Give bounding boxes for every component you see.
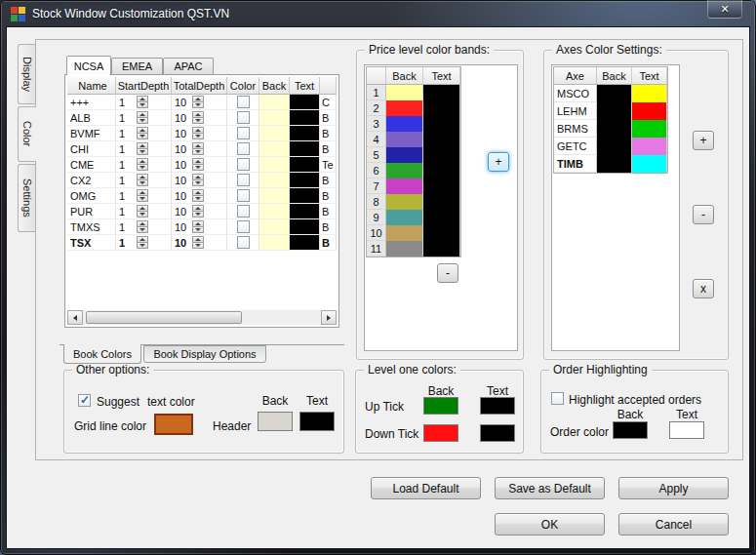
text-color-swatch[interactable] <box>290 173 320 188</box>
spinner-buttons[interactable] <box>137 220 148 233</box>
spinner-buttons[interactable] <box>137 142 148 155</box>
spin-down-icon[interactable] <box>137 117 148 124</box>
save-as-default-button[interactable]: Save as Default <box>495 477 605 499</box>
start-depth-stepper[interactable]: 1 <box>116 157 172 173</box>
axes-row[interactable]: BRMS <box>554 120 667 138</box>
text-color-swatch[interactable] <box>290 235 320 251</box>
tab-settings[interactable]: Settings <box>18 164 35 232</box>
color-checkbox[interactable] <box>237 236 250 249</box>
spin-down-icon[interactable] <box>137 211 148 218</box>
start-depth-stepper[interactable]: 1 <box>116 188 172 204</box>
band-back-swatch[interactable] <box>386 85 423 100</box>
spin-down-icon[interactable] <box>192 133 204 139</box>
spin-down-icon[interactable] <box>137 133 148 139</box>
tab-book-colors[interactable]: Book Colors <box>63 344 141 364</box>
band-row[interactable]: 6 <box>367 163 460 178</box>
back-color-swatch[interactable] <box>259 204 290 219</box>
text-color-swatch[interactable] <box>290 204 320 219</box>
spin-down-icon[interactable] <box>137 242 148 249</box>
col-header-back[interactable]: Back <box>259 77 290 95</box>
load-default-button[interactable]: Load Default <box>371 477 481 499</box>
text-color-swatch[interactable] <box>290 157 320 173</box>
band-row[interactable]: 8 <box>367 194 460 210</box>
band-text-swatch[interactable] <box>423 194 460 210</box>
band-row[interactable]: 2 <box>367 100 460 116</box>
band-back-swatch[interactable] <box>386 116 423 132</box>
back-color-swatch[interactable] <box>259 173 290 188</box>
color-checkbox[interactable] <box>237 96 250 108</box>
remove-axis-button[interactable]: - <box>693 205 714 224</box>
grid-line-color-swatch[interactable] <box>154 414 193 435</box>
table-row[interactable]: ALB 1 10 B <box>67 110 337 126</box>
band-back-swatch[interactable] <box>386 100 423 116</box>
back-color-swatch[interactable] <box>259 110 290 126</box>
tab-book-display-options[interactable]: Book Display Options <box>143 345 266 363</box>
spinner-buttons[interactable] <box>192 158 204 171</box>
spinner-buttons[interactable] <box>137 174 148 186</box>
down-tick-text-swatch[interactable] <box>480 424 515 442</box>
spinner-buttons[interactable] <box>192 205 204 218</box>
axes-back-swatch[interactable] <box>597 155 632 173</box>
col-header-name[interactable]: Name <box>67 77 116 95</box>
col-header-color[interactable]: Color <box>227 77 259 95</box>
start-depth-stepper[interactable]: 1 <box>116 219 172 235</box>
table-row[interactable]: PUR 1 10 B <box>67 204 337 219</box>
spinner-buttons[interactable] <box>192 174 204 186</box>
axes-text-swatch[interactable] <box>632 85 667 102</box>
horizontal-scrollbar[interactable] <box>67 310 337 325</box>
spinner-buttons[interactable] <box>137 96 148 108</box>
start-depth-stepper[interactable]: 1 <box>116 95 172 110</box>
band-text-swatch[interactable] <box>423 163 460 178</box>
table-row[interactable]: TSX 1 10 B <box>67 235 337 251</box>
band-back-swatch[interactable] <box>386 132 423 147</box>
color-checkbox[interactable] <box>237 205 250 218</box>
spin-down-icon[interactable] <box>192 211 204 218</box>
spinner-buttons[interactable] <box>192 127 204 139</box>
text-color-swatch[interactable] <box>290 141 320 157</box>
spin-down-icon[interactable] <box>192 148 204 155</box>
tab-emea[interactable]: EMEA <box>111 58 163 74</box>
axes-back-swatch[interactable] <box>597 120 632 138</box>
band-back-swatch[interactable] <box>386 241 423 257</box>
spinner-buttons[interactable] <box>192 111 204 124</box>
total-depth-stepper[interactable]: 10 <box>172 204 227 219</box>
suggest-text-color-checkbox[interactable] <box>78 394 91 407</box>
table-row[interactable]: BVMF 1 10 B <box>67 126 337 141</box>
start-depth-stepper[interactable]: 1 <box>116 110 172 126</box>
back-color-swatch[interactable] <box>259 126 290 141</box>
band-text-swatch[interactable] <box>423 132 460 147</box>
band-row[interactable]: 9 <box>367 210 460 225</box>
remove-band-button[interactable]: - <box>437 263 458 283</box>
band-back-swatch[interactable] <box>386 210 423 225</box>
band-row[interactable]: 3 <box>367 116 460 132</box>
add-axis-button[interactable]: + <box>693 131 714 150</box>
spinner-buttons[interactable] <box>137 111 148 124</box>
band-back-swatch[interactable] <box>386 194 423 210</box>
axes-col-header-text[interactable]: Text <box>632 67 667 85</box>
col-header-startdepth[interactable]: StartDepth <box>116 77 172 95</box>
spinner-buttons[interactable] <box>192 236 204 249</box>
add-band-button[interactable]: + <box>488 152 509 172</box>
spin-down-icon[interactable] <box>137 164 148 171</box>
spin-down-icon[interactable] <box>192 117 204 124</box>
spin-down-icon[interactable] <box>137 101 148 108</box>
spinner-buttons[interactable] <box>137 127 148 139</box>
spin-down-icon[interactable] <box>192 164 204 171</box>
up-tick-text-swatch[interactable] <box>480 397 515 415</box>
spin-down-icon[interactable] <box>192 101 204 108</box>
spin-down-icon[interactable] <box>192 179 204 186</box>
spinner-buttons[interactable] <box>192 220 204 233</box>
axes-back-swatch[interactable] <box>597 102 632 120</box>
text-color-swatch[interactable] <box>290 95 320 110</box>
band-text-swatch[interactable] <box>423 147 460 163</box>
band-text-swatch[interactable] <box>423 116 460 132</box>
band-text-swatch[interactable] <box>423 241 460 257</box>
total-depth-stepper[interactable]: 10 <box>172 126 227 141</box>
highlight-accepted-orders-checkbox[interactable] <box>551 392 564 405</box>
band-col-header-back[interactable]: Back <box>386 67 423 85</box>
text-color-swatch[interactable] <box>290 188 320 204</box>
band-text-swatch[interactable] <box>423 210 460 225</box>
color-checkbox[interactable] <box>237 189 250 202</box>
axes-row[interactable]: TIMB <box>554 155 667 173</box>
table-row[interactable]: CME 1 10 Te <box>67 157 337 173</box>
